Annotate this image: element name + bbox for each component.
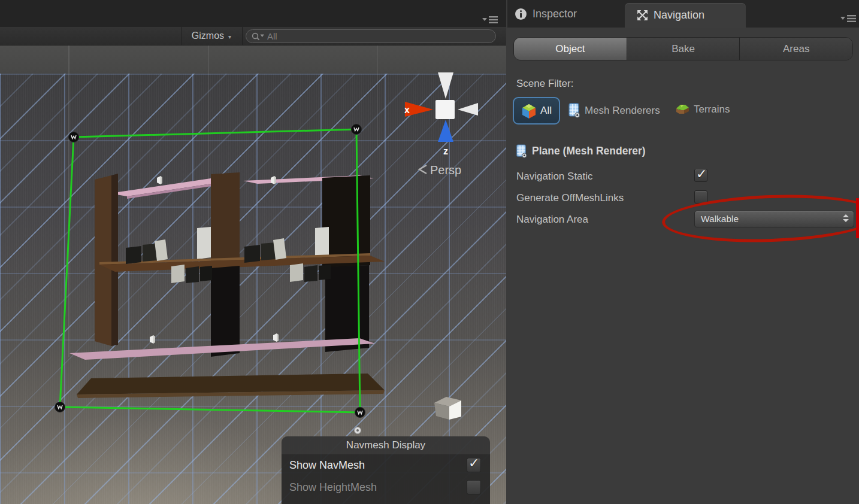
room-model[interactable] <box>69 172 385 360</box>
gizmos-button[interactable]: Gizmos ▾ <box>182 27 241 45</box>
axis-cube[interactable] <box>435 100 455 119</box>
unity-editor-window: Gizmos ▾ All <box>0 0 859 504</box>
search-icon <box>251 32 265 41</box>
show-heightmesh-label: Show HeightMesh <box>289 481 377 494</box>
selected-object-header: Plane (Mesh Renderer) <box>515 144 646 158</box>
probe-handle[interactable] <box>352 125 362 135</box>
small-cube-object[interactable] <box>434 397 461 420</box>
filter-all-label: All <box>540 105 552 117</box>
navigation-static-label: Navigation Static <box>516 171 593 183</box>
plane-mesh[interactable] <box>77 374 385 398</box>
scene-filter-label: Scene Filter: <box>516 78 573 90</box>
show-navmesh-row: Show NavMesh <box>282 454 490 476</box>
info-icon <box>515 8 527 20</box>
inspector-pane-menu-icon[interactable] <box>840 14 857 23</box>
scene-pane-menu-icon[interactable] <box>482 16 499 24</box>
persp-arrow-icon <box>419 165 427 174</box>
navmesh-display-title: Navmesh Display <box>282 436 490 454</box>
tab-inspector-label: Inspector <box>533 8 577 20</box>
tab-bake[interactable]: Bake <box>627 38 740 60</box>
axis-neg-x-cone[interactable] <box>458 103 478 116</box>
generate-offmeshlinks-checkbox[interactable] <box>694 190 707 204</box>
show-heightmesh-checkbox[interactable] <box>467 480 481 494</box>
inspector-tabbar: Inspector Navigation <box>507 0 859 28</box>
scene-toolbar: Gizmos ▾ All <box>0 27 506 45</box>
mesh-renderer-icon <box>515 144 528 158</box>
navigation-icon <box>637 10 648 21</box>
generate-offmeshlinks-label: Generate OffMeshLinks <box>516 192 624 204</box>
tab-object[interactable]: Object <box>514 38 627 60</box>
show-navmesh-checkbox[interactable] <box>467 458 481 472</box>
gizmos-label: Gizmos <box>192 31 224 41</box>
scene-3d-content: x z Persp <box>0 45 506 504</box>
scene-search-input[interactable]: All <box>246 29 496 43</box>
mesh-renderer-icon <box>567 103 581 118</box>
navigation-area-dropdown[interactable]: Walkable <box>694 211 854 227</box>
tab-navigation[interactable]: Navigation <box>625 3 746 28</box>
tab-areas[interactable]: Areas <box>740 38 852 60</box>
navigation-pane: Inspector Navigation <box>507 0 859 504</box>
filter-terrains-label: Terrains <box>694 104 730 116</box>
scene-view-pane: Gizmos ▾ All <box>0 0 506 504</box>
navigation-mode-tabs: Object Bake Areas <box>513 37 853 60</box>
filter-mesh-renderers-label: Mesh Renderers <box>585 105 660 117</box>
filter-all-button[interactable]: All <box>513 97 560 125</box>
chevron-down-icon: ▾ <box>228 34 231 40</box>
axis-x-label: x <box>404 105 410 115</box>
axis-y-cone[interactable] <box>438 72 453 99</box>
scene-tab-strip <box>0 0 506 27</box>
probe-handle[interactable] <box>69 132 79 142</box>
tab-bake-label: Bake <box>672 43 695 55</box>
tab-areas-label: Areas <box>783 43 809 55</box>
navigation-static-checkbox[interactable] <box>694 169 707 182</box>
probe-handle[interactable] <box>355 408 365 418</box>
axis-z-cone[interactable] <box>438 120 453 142</box>
tab-object-label: Object <box>555 43 585 55</box>
selected-object-title: Plane (Mesh Renderer) <box>532 145 646 157</box>
cube-icon <box>521 103 537 119</box>
show-navmesh-label: Show NavMesh <box>289 459 365 472</box>
navigation-area-label: Navigation Area <box>516 214 588 226</box>
filter-mesh-renderers-button[interactable]: Mesh Renderers <box>567 103 660 118</box>
navmesh-display-panel: Navmesh Display Show NavMesh Show Height… <box>282 436 490 504</box>
filter-terrains-button[interactable]: Terrains <box>675 103 730 116</box>
tab-navigation-label: Navigation <box>654 9 704 22</box>
scene-viewport[interactable]: x z Persp Navmesh Display Show NavMesh S… <box>0 45 506 504</box>
search-placeholder: All <box>267 31 277 41</box>
light-probe-dot[interactable] <box>355 427 361 434</box>
toolbar-separator <box>242 27 243 45</box>
navigation-area-value: Walkable <box>701 214 739 224</box>
terrain-icon <box>675 103 690 116</box>
scene-filter-row: All Mesh Renderers <box>507 96 859 125</box>
probe-handle[interactable] <box>55 402 65 412</box>
projection-mode-label[interactable]: Persp <box>430 163 461 177</box>
tab-inspector[interactable]: Inspector <box>515 0 577 28</box>
dropdown-arrows-icon <box>843 214 849 222</box>
axis-gizmo: x z Persp <box>404 72 478 177</box>
show-heightmesh-row: Show HeightMesh <box>282 476 490 499</box>
axis-z-label: z <box>443 146 448 156</box>
